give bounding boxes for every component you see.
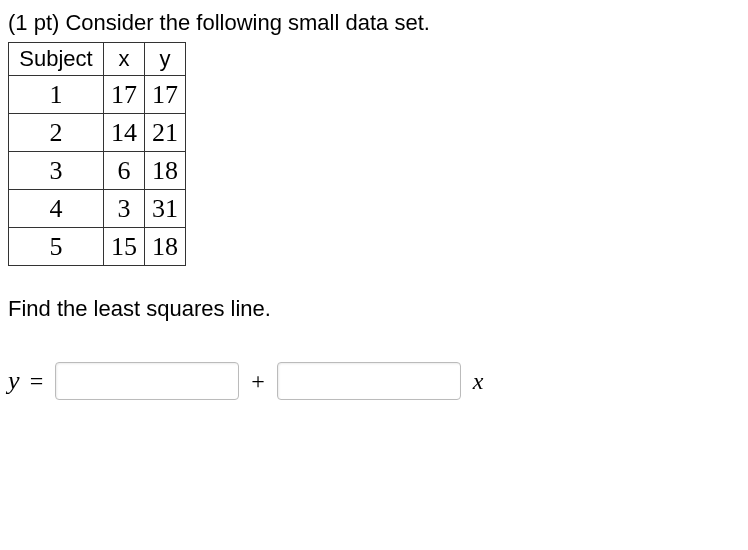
table-row: 3 6 18 <box>9 151 186 189</box>
x-variable: x <box>473 368 484 395</box>
cell-subject: 2 <box>9 113 104 151</box>
slope-input[interactable] <box>277 362 461 400</box>
y-variable: y <box>8 366 20 395</box>
cell-y: 18 <box>145 151 186 189</box>
cell-x: 3 <box>104 189 145 227</box>
cell-x: 6 <box>104 151 145 189</box>
cell-x: 14 <box>104 113 145 151</box>
cell-x: 17 <box>104 75 145 113</box>
header-x: x <box>104 43 145 76</box>
cell-y: 21 <box>145 113 186 151</box>
cell-y: 31 <box>145 189 186 227</box>
cell-x: 15 <box>104 228 145 266</box>
cell-subject: 4 <box>9 189 104 227</box>
prompt-text: (1 pt) Consider the following small data… <box>8 10 740 36</box>
equation-row: y = + x <box>8 362 740 400</box>
cell-y: 17 <box>145 75 186 113</box>
intercept-input[interactable] <box>55 362 239 400</box>
table-row: 2 14 21 <box>9 113 186 151</box>
header-subject: Subject <box>9 43 104 76</box>
question-text: Find the least squares line. <box>8 296 740 322</box>
table-row: 1 17 17 <box>9 75 186 113</box>
header-y: y <box>145 43 186 76</box>
table-row: 4 3 31 <box>9 189 186 227</box>
cell-subject: 1 <box>9 75 104 113</box>
equals-sign: = <box>30 368 44 394</box>
cell-y: 18 <box>145 228 186 266</box>
table-row: 5 15 18 <box>9 228 186 266</box>
cell-subject: 5 <box>9 228 104 266</box>
equation-lhs: y = <box>8 366 43 396</box>
plus-sign: + <box>251 368 265 395</box>
cell-subject: 3 <box>9 151 104 189</box>
table-header-row: Subject x y <box>9 43 186 76</box>
data-table: Subject x y 1 17 17 2 14 21 3 6 18 4 3 3… <box>8 42 186 266</box>
